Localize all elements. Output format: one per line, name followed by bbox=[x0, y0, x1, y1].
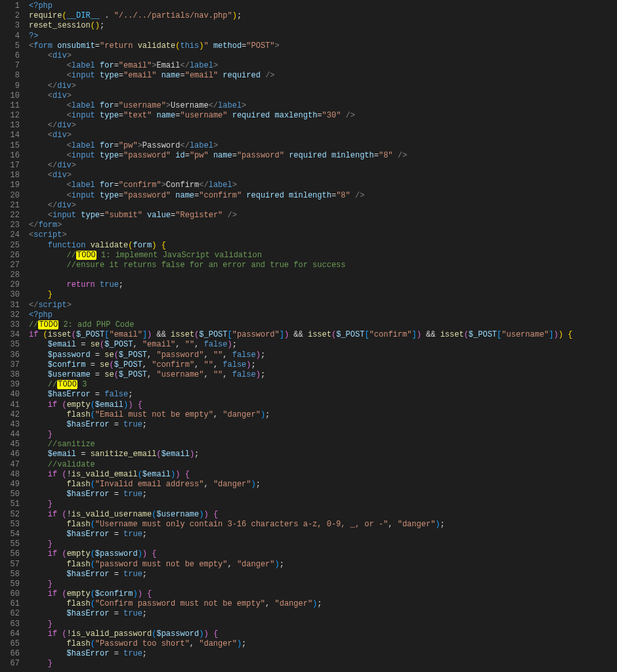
line-number: 18 bbox=[4, 171, 20, 180]
code-line[interactable]: //sanitize bbox=[29, 440, 617, 450]
line-number: 52 bbox=[4, 510, 20, 520]
line-number: 23 bbox=[4, 220, 20, 230]
code-line[interactable]: </div> bbox=[29, 161, 617, 171]
code-line[interactable]: $password = se($_POST, "password", "", f… bbox=[29, 350, 617, 360]
line-number: 62 bbox=[4, 609, 20, 619]
code-line[interactable] bbox=[29, 270, 617, 280]
code-line[interactable]: <label for="email">Email</label> bbox=[29, 61, 617, 71]
code-line[interactable]: </div> bbox=[29, 121, 617, 131]
code-line[interactable]: <?php bbox=[29, 310, 617, 320]
code-line[interactable]: $email = sanitize_email($email); bbox=[29, 450, 617, 459]
code-line[interactable]: <div> bbox=[29, 51, 617, 61]
line-number: 38 bbox=[4, 370, 20, 380]
code-line[interactable]: require(__DIR__ . "/../../partials/nav.p… bbox=[29, 11, 617, 21]
line-number: 20 bbox=[4, 191, 20, 201]
code-line[interactable]: <div> bbox=[29, 91, 617, 101]
line-number: 55 bbox=[4, 539, 20, 549]
code-line[interactable]: $hasError = true; bbox=[29, 649, 617, 659]
code-line[interactable]: </div> bbox=[29, 201, 617, 211]
code-line[interactable]: <label for="username">Username</label> bbox=[29, 101, 617, 111]
code-line[interactable]: $username = se($_POST, "username", "", f… bbox=[29, 370, 617, 380]
code-line[interactable]: </script> bbox=[29, 301, 617, 310]
code-line[interactable]: <form onsubmit="return validate(this)" m… bbox=[29, 41, 617, 51]
code-line[interactable]: //TODO 3 bbox=[29, 380, 617, 390]
line-number: 12 bbox=[4, 111, 20, 121]
code-area[interactable]: <?phprequire(__DIR__ . "/../../partials/… bbox=[29, 0, 617, 672]
line-number: 63 bbox=[4, 620, 20, 629]
code-line[interactable]: //validate bbox=[29, 460, 617, 470]
line-number: 42 bbox=[4, 410, 20, 420]
code-line[interactable]: <input type="email" name="email" require… bbox=[29, 71, 617, 81]
line-number: 5 bbox=[4, 41, 20, 51]
code-line[interactable]: if (isset($_POST["email"]) && isset($_PO… bbox=[29, 330, 617, 340]
code-line[interactable]: if (empty($password)) { bbox=[29, 549, 617, 559]
code-line[interactable]: $hasError = true; bbox=[29, 420, 617, 430]
code-line[interactable]: //ensure it returns false for an error a… bbox=[29, 261, 617, 270]
code-line[interactable]: } bbox=[29, 430, 617, 440]
code-line[interactable]: } bbox=[29, 620, 617, 629]
code-line[interactable]: } bbox=[29, 659, 617, 669]
code-line[interactable]: <label for="pw">Password</label> bbox=[29, 141, 617, 151]
code-line[interactable]: <input type="text" name="username" requi… bbox=[29, 111, 617, 121]
code-line[interactable]: if (!is_valid_password($password)) { bbox=[29, 629, 617, 639]
code-line[interactable]: <input type="password" id="pw" name="pas… bbox=[29, 151, 617, 161]
line-number: 66 bbox=[4, 649, 20, 659]
line-number: 4 bbox=[4, 32, 20, 41]
code-line[interactable]: <label for="confirm">Confirm</label> bbox=[29, 180, 617, 190]
code-line[interactable]: <?php bbox=[29, 1, 617, 11]
line-number: 3 bbox=[4, 21, 20, 31]
code-line[interactable]: if (empty($email)) { bbox=[29, 400, 617, 410]
code-line[interactable]: flash("password must not be empty", "dan… bbox=[29, 560, 617, 570]
code-line[interactable]: } bbox=[29, 579, 617, 589]
code-editor[interactable]: 1234567891011121314151617181920212223242… bbox=[0, 0, 617, 672]
code-line[interactable]: flash("Confirm password must not be empt… bbox=[29, 599, 617, 609]
line-number: 50 bbox=[4, 490, 20, 499]
code-line[interactable]: flash("Email must not be empty", "danger… bbox=[29, 410, 617, 420]
code-line[interactable]: <input type="submit" value="Register" /> bbox=[29, 211, 617, 220]
line-number: 10 bbox=[4, 91, 20, 101]
code-line[interactable]: <div> bbox=[29, 131, 617, 140]
code-line[interactable]: $hasError = true; bbox=[29, 530, 617, 539]
code-line[interactable]: <input type="password" name="confirm" re… bbox=[29, 191, 617, 201]
code-line[interactable]: if (!is_valid_email($email)) { bbox=[29, 470, 617, 480]
code-line[interactable]: flash("Username must only contain 3-16 c… bbox=[29, 520, 617, 530]
code-line[interactable]: reset_session(); bbox=[29, 21, 617, 31]
line-number: 53 bbox=[4, 520, 20, 530]
code-line[interactable]: $confirm = se($_POST, "confirm", "", fal… bbox=[29, 360, 617, 370]
line-number: 1 bbox=[4, 1, 20, 11]
code-line[interactable]: <div> bbox=[29, 171, 617, 180]
line-number: 28 bbox=[4, 270, 20, 280]
line-number: 17 bbox=[4, 161, 20, 171]
code-line[interactable]: } bbox=[29, 499, 617, 509]
code-line[interactable]: ?> bbox=[29, 32, 617, 41]
code-line[interactable]: if (empty($confirm)) { bbox=[29, 589, 617, 599]
code-line[interactable]: <script> bbox=[29, 230, 617, 240]
code-line[interactable]: </form> bbox=[29, 220, 617, 230]
code-line[interactable]: flash("Invalid email address", "danger")… bbox=[29, 480, 617, 490]
line-number: 44 bbox=[4, 430, 20, 440]
line-number: 9 bbox=[4, 81, 20, 91]
line-number: 57 bbox=[4, 560, 20, 570]
line-number: 32 bbox=[4, 310, 20, 320]
code-line[interactable]: $email = se($_POST, "email", "", false); bbox=[29, 340, 617, 350]
line-number: 46 bbox=[4, 450, 20, 459]
line-number: 29 bbox=[4, 280, 20, 290]
code-line[interactable]: } bbox=[29, 539, 617, 549]
line-number: 43 bbox=[4, 420, 20, 430]
line-number: 7 bbox=[4, 61, 20, 71]
code-line[interactable]: //TODO 2: add PHP Code bbox=[29, 320, 617, 330]
code-line[interactable]: $hasError = true; bbox=[29, 490, 617, 499]
code-line[interactable]: if (!is_valid_username($username)) { bbox=[29, 510, 617, 520]
code-line[interactable]: } bbox=[29, 290, 617, 300]
code-line[interactable]: $hasError = true; bbox=[29, 609, 617, 619]
line-number: 36 bbox=[4, 350, 20, 360]
code-line[interactable]: //TODO 1: implement JavaScript validatio… bbox=[29, 251, 617, 261]
line-number: 65 bbox=[4, 639, 20, 649]
line-number: 61 bbox=[4, 599, 20, 609]
code-line[interactable]: $hasError = true; bbox=[29, 570, 617, 579]
code-line[interactable]: function validate(form) { bbox=[29, 241, 617, 251]
code-line[interactable]: flash("Password too short", "danger"); bbox=[29, 639, 617, 649]
code-line[interactable]: $hasError = false; bbox=[29, 390, 617, 400]
code-line[interactable]: return true; bbox=[29, 280, 617, 290]
code-line[interactable]: </div> bbox=[29, 81, 617, 91]
